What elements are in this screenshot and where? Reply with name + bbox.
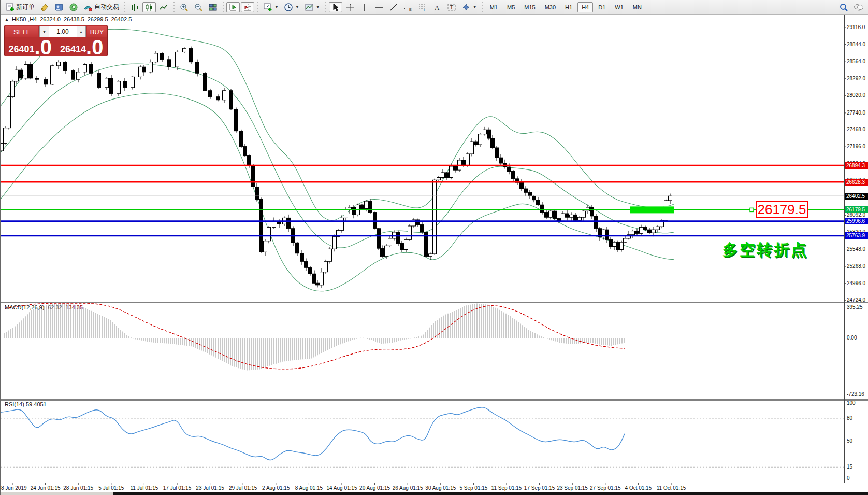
zoom-out-button[interactable] (192, 2, 205, 12)
cursor-button[interactable] (329, 2, 342, 12)
toolbar-separator (123, 2, 126, 12)
toolbar-separator (324, 2, 327, 12)
toolbar-separator (222, 2, 224, 12)
sell-price-decimal: .0 (35, 39, 52, 55)
main-pane[interactable] (1, 29, 674, 291)
mt4-window: 新订单自动交易▼▼▼EFAT▼M1M5M15M30H1H4D1W1MN ▲ HK… (0, 0, 868, 495)
candles (1, 47, 672, 288)
sell-price-main: 26401 (9, 45, 35, 54)
timeframe-h1-button[interactable]: H1 (561, 2, 576, 12)
bollinger-lower-band (1, 93, 674, 291)
zoom-in-button[interactable] (177, 2, 191, 12)
svg-text:T: T (450, 4, 453, 10)
timeframe-d1-button[interactable]: D1 (594, 2, 610, 12)
price-level-callout[interactable]: 26179.5 (756, 201, 808, 218)
channel-button[interactable]: E (401, 2, 415, 12)
timeframe-h4-button[interactable]: H4 (577, 2, 593, 12)
level-highlight-rect[interactable] (630, 206, 674, 213)
sell-button[interactable]: SELL (5, 26, 38, 37)
toolbar-separator (256, 2, 259, 12)
macd-pane[interactable] (1, 303, 844, 371)
timeframe-m1-button[interactable]: M1 (486, 2, 502, 12)
chat-button[interactable] (851, 2, 866, 12)
line-chart-button[interactable] (157, 2, 170, 12)
trendline-button[interactable] (387, 2, 400, 12)
tile-windows-button[interactable] (206, 2, 220, 12)
toolbar-separator (481, 2, 484, 12)
templates-button[interactable]: ▼ (302, 2, 322, 12)
svg-text:A: A (435, 4, 440, 11)
callout-anchor-marker (750, 208, 754, 211)
volume-input[interactable]: 1.00 (49, 26, 77, 37)
auto-trading-button[interactable]: 自动交易 (81, 2, 121, 12)
new-order-button[interactable]: 新订单 (3, 2, 37, 12)
bollinger-middle-band (1, 64, 674, 248)
timeframe-m30-button[interactable]: M30 (541, 2, 560, 12)
toolbar-separator (172, 2, 175, 12)
timeframe-m5-button[interactable]: M5 (503, 2, 519, 12)
new-chart-button[interactable]: ▼ (261, 2, 281, 12)
auto-scroll-button[interactable] (226, 2, 240, 12)
svg-text:E: E (409, 8, 412, 11)
search-button[interactable] (837, 2, 850, 12)
fibo-button[interactable]: F (416, 2, 429, 12)
timeframe-m15-button[interactable]: M15 (520, 2, 539, 12)
sound-alert-button[interactable] (67, 2, 80, 12)
chart-shift-button[interactable] (241, 2, 254, 12)
profiles-button[interactable] (52, 2, 66, 12)
timeframe-mn-button[interactable]: MN (629, 2, 646, 12)
volume-down-button[interactable]: ▼ (40, 26, 49, 37)
rsi-pane[interactable] (1, 407, 844, 467)
svg-text:F: F (424, 8, 426, 12)
sell-price[interactable]: 26401.0 (5, 38, 56, 56)
eraser-button[interactable] (38, 2, 51, 12)
chart-canvas[interactable] (1, 0, 868, 495)
buy-price-decimal: .0 (86, 39, 103, 55)
label-button[interactable]: T (445, 2, 458, 12)
vline-button[interactable] (358, 2, 371, 12)
timeframe-w1-button[interactable]: W1 (611, 2, 628, 12)
toolbar: 新订单自动交易▼▼▼EFAT▼M1M5M15M30H1H4D1W1MN (1, 0, 868, 15)
volume-up-button[interactable]: ▲ (77, 26, 85, 37)
hline-button[interactable] (372, 2, 386, 12)
bar-chart-button[interactable] (128, 2, 141, 12)
buy-price-main: 26414 (60, 45, 86, 54)
rsi-line (1, 407, 625, 460)
periods-button[interactable]: ▼ (282, 2, 301, 12)
candle-chart-button[interactable] (142, 2, 156, 12)
crosshair-button[interactable] (343, 2, 357, 12)
shapes-button[interactable]: ▼ (459, 2, 479, 12)
text-button[interactable]: A (430, 2, 444, 12)
buy-price[interactable]: 26414.0 (56, 38, 108, 56)
one-click-trade-panel: SELL ▼ 1.00 ▲ BUY 26401.0 26414.0 (4, 25, 108, 56)
